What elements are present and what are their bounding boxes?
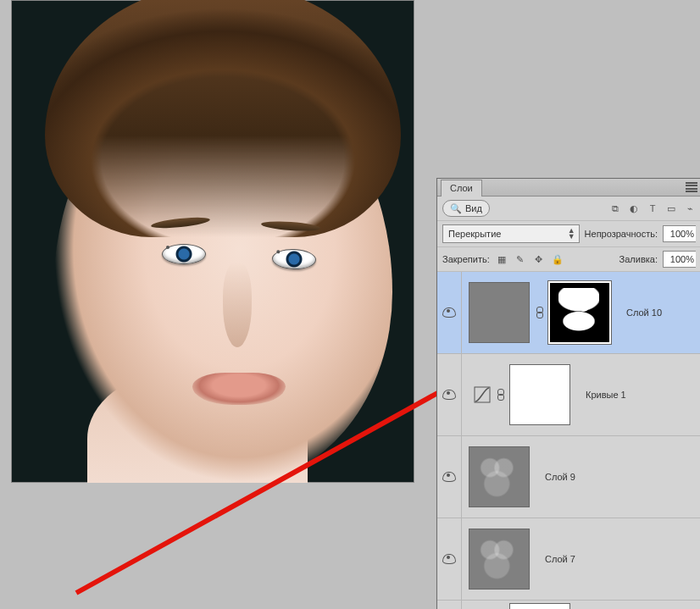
layer-name[interactable]: Слой 7 bbox=[545, 554, 575, 564]
layer-list: Слой 10 Кривые 1 Слой 9 bbox=[437, 272, 700, 609]
lock-paint-icon[interactable]: ✎ bbox=[514, 252, 527, 266]
curves-adjustment-icon bbox=[474, 386, 491, 403]
layer-row[interactable]: Слой 10 bbox=[437, 272, 700, 354]
lock-all-icon[interactable]: 🔒 bbox=[551, 252, 564, 266]
select-arrows-icon: ▲▼ bbox=[568, 228, 575, 240]
filter-adjustment-icon[interactable]: ◐ bbox=[628, 202, 640, 214]
eye-icon bbox=[442, 307, 456, 318]
visibility-toggle[interactable] bbox=[437, 354, 462, 435]
filter-text-icon[interactable]: T bbox=[647, 202, 658, 214]
panel-menu-icon[interactable] bbox=[686, 181, 697, 193]
visibility-toggle[interactable] bbox=[437, 272, 462, 353]
filter-pixel-icon[interactable]: ⧉ bbox=[609, 202, 621, 214]
lock-position-icon[interactable]: ✥ bbox=[532, 252, 546, 266]
opacity-label: Непрозрачность: bbox=[585, 229, 658, 239]
mask-link-icon[interactable] bbox=[535, 307, 543, 318]
filter-smart-icon[interactable]: ⌁ bbox=[684, 202, 696, 214]
layer-row[interactable]: Цветовой то… bbox=[437, 601, 700, 609]
eye-icon bbox=[442, 472, 456, 482]
opacity-input[interactable]: 100% bbox=[663, 225, 696, 242]
mask-link-icon[interactable] bbox=[496, 389, 504, 401]
layers-panel: Слои 🔍 Вид ⧉ ◐ T ▭ ⌁ Перекрытие ▲▼ Непро… bbox=[436, 178, 700, 609]
layer-row[interactable]: Кривые 1 bbox=[437, 354, 700, 436]
document-canvas[interactable] bbox=[11, 0, 414, 483]
layer-name[interactable]: Кривые 1 bbox=[586, 390, 626, 400]
filter-shape-icon[interactable]: ▭ bbox=[665, 202, 677, 214]
layer-name[interactable]: Слой 9 bbox=[545, 472, 575, 482]
lock-transparency-icon[interactable]: ▦ bbox=[495, 252, 508, 266]
layer-thumbnail[interactable] bbox=[469, 282, 530, 343]
portrait-image bbox=[11, 0, 414, 483]
layer-thumbnail[interactable] bbox=[469, 529, 530, 590]
lock-label: Закрепить: bbox=[442, 254, 490, 264]
layer-thumbnail[interactable] bbox=[469, 446, 530, 507]
eye-icon bbox=[442, 390, 456, 400]
eye-icon bbox=[442, 554, 456, 564]
lock-fill-row: Закрепить: ▦ ✎ ✥ 🔒 Заливка: 100% bbox=[437, 247, 700, 272]
layer-name[interactable]: Слой 10 bbox=[626, 307, 662, 318]
fill-input[interactable]: 100% bbox=[663, 251, 696, 268]
layer-row[interactable]: Слой 9 bbox=[437, 436, 700, 518]
search-icon: 🔍 bbox=[450, 202, 462, 214]
visibility-toggle[interactable] bbox=[437, 518, 462, 600]
panel-tabbar: Слои bbox=[437, 179, 700, 197]
tab-layers[interactable]: Слои bbox=[441, 180, 482, 197]
blend-mode-select[interactable]: Перекрытие ▲▼ bbox=[442, 224, 580, 243]
visibility-toggle[interactable] bbox=[437, 436, 462, 518]
layer-mask-thumbnail[interactable] bbox=[548, 281, 611, 344]
layer-mask-thumbnail[interactable] bbox=[509, 603, 570, 609]
layer-filter-type[interactable]: 🔍 Вид bbox=[442, 200, 490, 217]
layer-row[interactable]: Слой 7 bbox=[437, 518, 700, 601]
visibility-toggle[interactable] bbox=[437, 601, 462, 609]
fill-label: Заливка: bbox=[619, 254, 658, 264]
blend-opacity-row: Перекрытие ▲▼ Непрозрачность: 100% bbox=[437, 221, 700, 247]
filter-row: 🔍 Вид ⧉ ◐ T ▭ ⌁ bbox=[437, 197, 700, 221]
blend-mode-value: Перекрытие bbox=[448, 229, 501, 239]
layer-mask-thumbnail[interactable] bbox=[509, 364, 570, 425]
filter-type-label: Вид bbox=[465, 203, 482, 213]
